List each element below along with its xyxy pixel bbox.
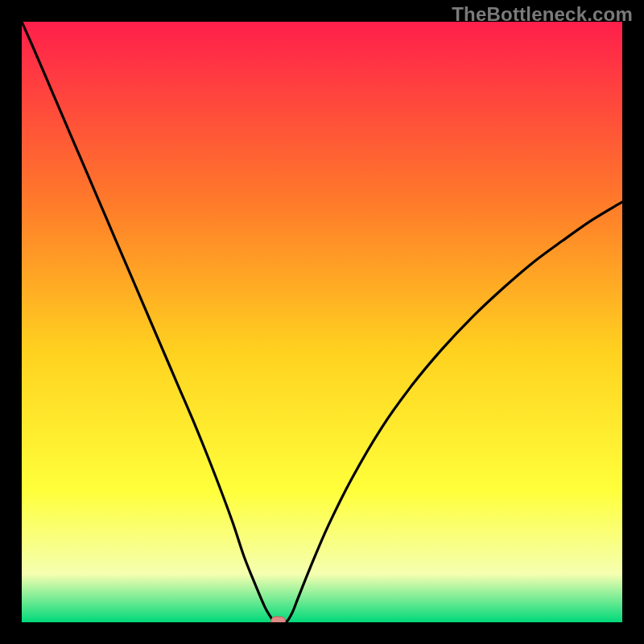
chart-frame: TheBottleneck.com [0,0,644,644]
optimum-marker [271,617,286,622]
gradient-background [22,22,622,622]
bottleneck-chart [22,22,622,622]
